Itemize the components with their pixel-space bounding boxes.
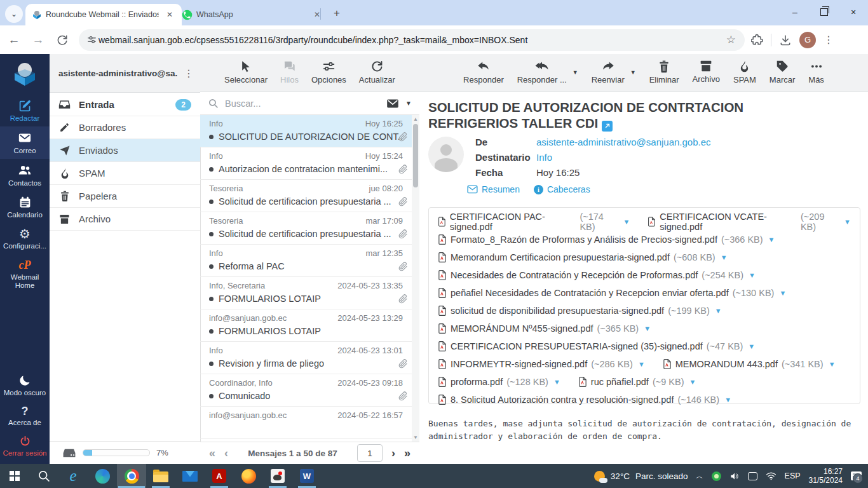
browser-menu-icon[interactable]: ⋮ <box>824 34 834 46</box>
antivirus-tray-icon[interactable] <box>712 471 721 481</box>
language-indicator[interactable]: ESP <box>785 471 801 480</box>
more-button[interactable]: Más <box>808 60 824 85</box>
rail-item-modo-oscuro[interactable]: Modo oscuro <box>0 370 50 401</box>
tab-search-chevron[interactable]: ⌄ <box>5 5 23 23</box>
rail-item-acerca[interactable]: ? Acerca de <box>0 401 50 431</box>
reply-button[interactable]: Responder <box>463 60 504 85</box>
prev-page-icon[interactable]: ‹ <box>224 447 228 460</box>
last-page-icon[interactable]: » <box>404 447 410 460</box>
attachment[interactable]: 8. Solicitud Autorización contra y resol… <box>438 395 731 405</box>
close-window-button[interactable]: × <box>839 0 868 24</box>
volume-icon[interactable] <box>729 471 740 481</box>
scroll-down-icon[interactable]: ▼ <box>412 435 419 440</box>
cabeceras-link[interactable]: i Cabeceras <box>534 184 590 194</box>
attachment[interactable]: ruc pñafiel.pdf(~9 KB)▼ <box>578 377 696 387</box>
start-button[interactable] <box>0 464 29 488</box>
extensions-icon[interactable] <box>751 34 763 46</box>
forward-button[interactable]: Reenviar <box>592 60 625 85</box>
refresh-button[interactable]: Actualizar <box>359 60 395 85</box>
attachment[interactable]: CERTIFICACION PAC-signed.pdf(~174 KB)▼ <box>438 212 630 232</box>
de-address-link[interactable]: asistente-administrativo@sanjuan.gob.ec <box>536 137 711 147</box>
message-row[interactable]: Infomar 12:35 Reforma al PAC <box>200 245 419 277</box>
attachment-menu-caret[interactable]: ▼ <box>623 218 630 226</box>
attachment[interactable]: peñafiel Necesidades de Contratación y R… <box>438 288 786 298</box>
rail-item-contactos[interactable]: Contactos <box>0 159 50 191</box>
rail-item-webmail-home[interactable]: cP Webmail Home <box>0 254 50 294</box>
forward-caret-icon[interactable]: ▼ <box>630 69 636 76</box>
rail-item-configuracion[interactable]: ⚙ Configuraci... <box>0 223 50 254</box>
folder-enviados[interactable]: Enviados <box>50 139 200 162</box>
destinatario-link[interactable]: Info <box>536 152 711 163</box>
attachment-menu-caret[interactable]: ▼ <box>844 218 851 226</box>
omnibox[interactable]: ☆ <box>79 29 745 51</box>
reply-all-caret-icon[interactable]: ▼ <box>573 69 578 76</box>
attachment[interactable]: solicitud de disponibilidad presupuestar… <box>438 306 722 316</box>
tab-roundcube[interactable]: Roundcube Webmail :: Enviados ✕ <box>25 4 182 25</box>
first-page-icon[interactable]: « <box>209 447 215 460</box>
message-row[interactable]: InfoHoy 16:25 SOLICITUD DE AUTORIZACION … <box>200 115 419 147</box>
taskbar-acrobat[interactable]: A <box>205 464 234 488</box>
attachment-menu-caret[interactable]: ▼ <box>749 271 756 279</box>
attachment[interactable]: MEMORÁNDUM Nº455-signed.pdf(~365 KB)▼ <box>438 323 651 334</box>
taskbar-chrome[interactable] <box>117 464 146 488</box>
mark-button[interactable]: Marcar <box>770 60 795 85</box>
taskbar-java[interactable] <box>263 464 292 488</box>
attachment-menu-caret[interactable]: ▼ <box>779 289 786 297</box>
downloads-icon[interactable] <box>779 34 792 46</box>
options-button[interactable]: Opciones <box>311 60 346 85</box>
profile-avatar[interactable]: G <box>799 32 816 48</box>
back-icon[interactable]: ← <box>4 30 24 50</box>
taskbar-firefox[interactable] <box>234 464 263 488</box>
delete-button[interactable]: Eliminar <box>649 60 679 85</box>
spam-button[interactable]: SPAM <box>733 60 756 85</box>
phone-link-icon[interactable] <box>748 472 757 480</box>
search-input[interactable] <box>224 98 381 109</box>
archive-button[interactable]: Archivo <box>693 60 720 84</box>
clock-widget[interactable]: 16:27 31/5/2024 <box>809 467 843 485</box>
rail-item-calendario[interactable]: Calendario <box>0 191 50 223</box>
resumen-link[interactable]: Resumen <box>467 184 520 194</box>
folder-borradores[interactable]: Borradores <box>50 116 200 139</box>
page-number-input[interactable] <box>357 444 383 462</box>
attachment-menu-caret[interactable]: ▼ <box>768 236 775 243</box>
message-row[interactable]: Coordinador, Info2024-05-23 09:18 Comuni… <box>200 374 419 407</box>
scroll-up-icon[interactable]: ▲ <box>412 116 419 122</box>
taskbar-explorer[interactable] <box>146 464 175 488</box>
chevron-down-icon[interactable]: ▼ <box>405 100 412 107</box>
weather-widget[interactable]: 32°C Parc. soleado <box>594 471 688 482</box>
message-row[interactable]: info@sanjuan.gob.ec2024-05-23 13:29 FORM… <box>200 309 419 342</box>
attachment[interactable]: Necesidades de Contratación y Recepción … <box>438 270 756 280</box>
message-row[interactable]: Info, Secretaria2024-05-23 13:35 FORMULA… <box>200 277 419 309</box>
tab-whatsapp[interactable]: WhatsApp ✕ <box>175 4 329 25</box>
attachment-menu-caret[interactable]: ▼ <box>644 325 651 332</box>
attachment[interactable]: Memorandum Certificacion presupuestaria-… <box>438 252 728 262</box>
attachment-menu-caret[interactable]: ▼ <box>715 307 722 315</box>
taskbar-mail[interactable] <box>175 464 205 488</box>
attachment[interactable]: CERTIFICACION PRESUPUESTARIA-signed (35)… <box>438 341 755 351</box>
forward-icon[interactable]: → <box>28 30 48 50</box>
folder-entrada[interactable]: Entrada 2 <box>50 93 200 116</box>
attachment-menu-caret[interactable]: ▼ <box>638 360 645 368</box>
account-menu-icon[interactable]: ⋮ <box>177 67 200 79</box>
notification-center-icon[interactable]: 4 <box>851 471 862 480</box>
bookmark-star-icon[interactable]: ☆ <box>726 33 736 46</box>
open-in-new-window-icon[interactable] <box>602 121 613 132</box>
message-row[interactable]: Info2024-05-23 13:01 Revision y firma de… <box>200 342 419 374</box>
folder-papelera[interactable]: Papelera <box>50 185 200 208</box>
restore-button[interactable] <box>810 0 839 24</box>
attachment-menu-caret[interactable]: ▼ <box>829 360 836 368</box>
attachment[interactable]: Formato_8_Razón de Proformas y Análisis … <box>438 234 775 245</box>
message-row[interactable]: info@sanjuan.gob.ec2024-05-22 16:57 <box>200 407 419 439</box>
attachment-menu-caret[interactable]: ▼ <box>724 396 731 403</box>
taskbar-ie[interactable]: e <box>58 464 88 488</box>
attachment-menu-caret[interactable]: ▼ <box>748 342 755 350</box>
rail-item-correo[interactable]: Correo <box>0 126 50 159</box>
taskbar-search[interactable] <box>29 464 58 488</box>
reply-all-button[interactable]: Responder ... <box>517 60 567 85</box>
tray-expand-icon[interactable]: ︿ <box>696 471 703 481</box>
message-row[interactable]: Tesoreriajue 08:20 Solicitud de certific… <box>200 180 419 212</box>
taskbar-edge[interactable] <box>88 464 117 488</box>
rail-item-cerrar-sesion[interactable]: Cerrar sesión <box>0 431 50 464</box>
attachment[interactable]: INFORMEYTR-signed-signed.pdf(~286 KB)▼ <box>438 359 645 369</box>
site-info-icon[interactable] <box>86 34 97 45</box>
